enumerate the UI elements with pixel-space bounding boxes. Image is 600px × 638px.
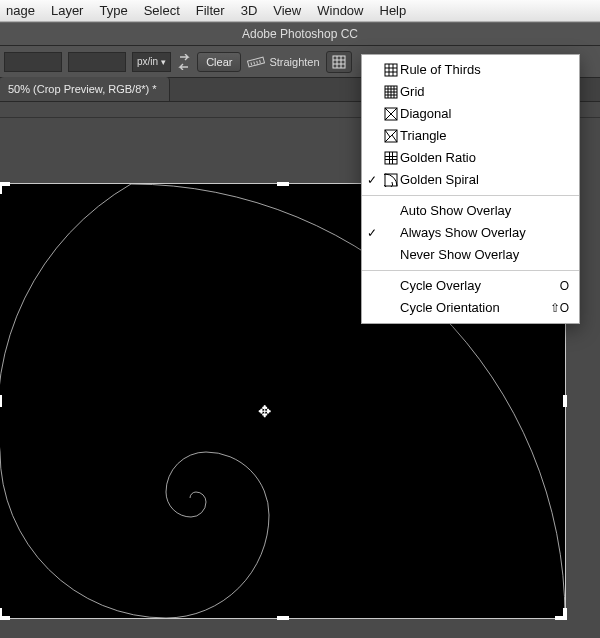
menu-item-always-show-overlay[interactable]: ✓ Always Show Overlay [362, 222, 579, 244]
crop-handle-tm[interactable] [277, 182, 289, 186]
menu-item-triangle[interactable]: Triangle [362, 125, 579, 147]
mac-menu-help[interactable]: Help [380, 3, 407, 18]
overlay-dropdown-menu: Rule of Thirds Grid Diagonal Triangle Go… [361, 54, 580, 324]
crop-width-input[interactable] [4, 52, 62, 72]
svg-line-1 [251, 62, 252, 65]
golden-spiral-icon [382, 173, 400, 187]
svg-rect-10 [385, 64, 397, 76]
menu-item-label: Rule of Thirds [400, 61, 569, 79]
check-icon: ✓ [362, 171, 382, 189]
menu-separator [362, 270, 579, 271]
center-target-cursor: ✥ [258, 404, 271, 420]
clear-button[interactable]: Clear [197, 52, 241, 72]
menu-item-rule-of-thirds[interactable]: Rule of Thirds [362, 59, 579, 81]
check-icon: ✓ [362, 224, 382, 242]
crop-handle-br-v[interactable] [563, 608, 567, 620]
menu-item-never-show-overlay[interactable]: Never Show Overlay [362, 244, 579, 266]
rule-thirds-icon [382, 63, 400, 77]
menu-item-diagonal[interactable]: Diagonal [362, 103, 579, 125]
menu-item-label: Always Show Overlay [400, 224, 569, 242]
menu-item-label: Grid [400, 83, 569, 101]
crop-handle-ml[interactable] [0, 395, 2, 407]
menu-item-auto-show-overlay[interactable]: Auto Show Overlay [362, 200, 579, 222]
document-tab[interactable]: 50% (Crop Preview, RGB/8*) * [0, 77, 170, 101]
document-tab-label: 50% (Crop Preview, RGB/8*) * [8, 83, 157, 95]
mac-menu-bar[interactable]: nage Layer Type Select Filter 3D View Wi… [0, 0, 600, 22]
svg-line-3 [257, 60, 258, 63]
menu-item-golden-ratio[interactable]: Golden Ratio [362, 147, 579, 169]
mac-menu-3d[interactable]: 3D [241, 3, 258, 18]
mac-menu-window[interactable]: Window [317, 3, 363, 18]
golden-ratio-icon [382, 151, 400, 165]
menu-item-grid[interactable]: Grid [362, 81, 579, 103]
triangle-icon [382, 129, 400, 143]
menu-item-label: Golden Ratio [400, 149, 569, 167]
menu-item-label: Auto Show Overlay [400, 202, 569, 220]
mac-menu-view[interactable]: View [273, 3, 301, 18]
svg-rect-0 [248, 57, 265, 67]
menu-shortcut: O [533, 277, 569, 295]
ruler-icon [247, 54, 265, 70]
svg-line-28 [392, 135, 397, 142]
menu-item-label: Cycle Overlay [400, 277, 533, 295]
menu-separator [362, 195, 579, 196]
menu-item-label: Triangle [400, 127, 569, 145]
diagonal-icon [382, 107, 400, 121]
menu-item-label: Never Show Overlay [400, 246, 569, 264]
crop-unit-label: px/in [137, 56, 158, 67]
mac-menu-image[interactable]: nage [6, 3, 35, 18]
menu-item-label: Cycle Orientation [400, 299, 533, 317]
overlay-options-button[interactable] [326, 51, 352, 73]
menu-item-cycle-orientation[interactable]: Cycle Orientation ⇧O [362, 297, 579, 319]
grid-icon [382, 85, 400, 99]
crop-unit-select[interactable]: px/in ▾ [132, 52, 171, 72]
menu-item-label: Golden Spiral [400, 171, 569, 189]
crop-handle-bl-v[interactable] [0, 608, 2, 620]
svg-line-27 [385, 130, 390, 137]
crop-handle-mr[interactable] [563, 395, 567, 407]
mac-menu-filter[interactable]: Filter [196, 3, 225, 18]
straighten-label: Straighten [269, 56, 319, 68]
menu-item-cycle-overlay[interactable]: Cycle Overlay O [362, 275, 579, 297]
grid-overlay-icon [331, 54, 347, 70]
svg-rect-29 [385, 152, 397, 164]
app-title-bar: Adobe Photoshop CC [0, 22, 600, 46]
svg-line-2 [254, 61, 255, 64]
crop-handle-tl-v[interactable] [0, 182, 2, 194]
svg-rect-5 [333, 56, 345, 68]
menu-item-label: Diagonal [400, 105, 569, 123]
mac-menu-layer[interactable]: Layer [51, 3, 84, 18]
mac-menu-type[interactable]: Type [99, 3, 127, 18]
swap-dimensions-button[interactable] [177, 54, 191, 70]
straighten-button[interactable]: Straighten [247, 54, 319, 70]
menu-shortcut: ⇧O [533, 299, 569, 317]
crop-handle-bm[interactable] [277, 616, 289, 620]
app-title-label: Adobe Photoshop CC [242, 27, 358, 41]
chevron-down-icon: ▾ [161, 57, 166, 67]
mac-menu-select[interactable]: Select [144, 3, 180, 18]
svg-line-4 [260, 59, 261, 62]
menu-item-golden-spiral[interactable]: ✓ Golden Spiral [362, 169, 579, 191]
crop-height-input[interactable] [68, 52, 126, 72]
